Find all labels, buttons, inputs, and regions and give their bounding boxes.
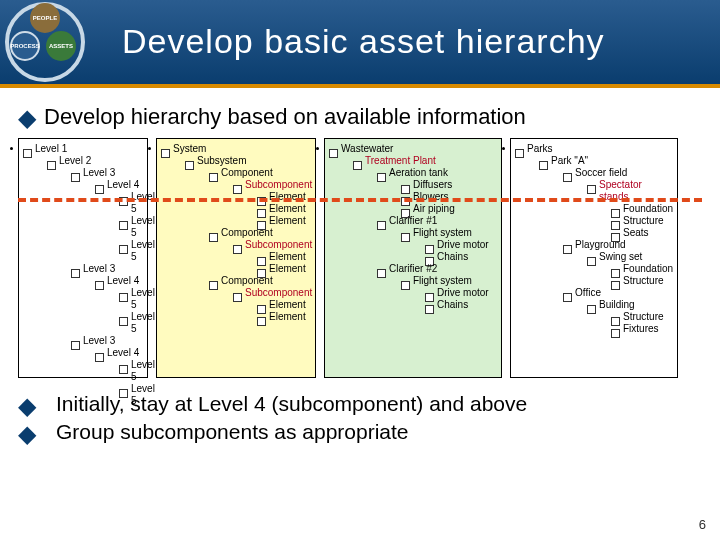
tree-node: Element: [269, 263, 306, 274]
tree-node-subcomponent: Subcomponent: [245, 179, 312, 190]
tree-node: System: [173, 143, 206, 154]
tree-node: Chains: [437, 251, 468, 262]
box-parks: Parks Park "A" Soccer field Spectator st…: [510, 138, 678, 378]
box-generic-levels: Level 1 Level 2 Level 3 Level 4 Level 5 …: [18, 138, 148, 378]
tree-node: Drive motor: [437, 287, 489, 298]
box-system: System Subsystem Component Subcomponent …: [156, 138, 316, 378]
tree-node: Level 1: [35, 143, 67, 154]
tree-node: Level 5: [131, 215, 155, 238]
tree-node: Element: [269, 311, 306, 322]
slide-header: PEOPLE PROCESS ASSETS Develop basic asse…: [0, 0, 720, 88]
tree-node: Element: [269, 203, 306, 214]
tree-node: Flight system: [413, 227, 472, 238]
tree-node-subcomponent: Subcomponent: [245, 287, 312, 298]
tree-node: Level 3: [83, 263, 115, 274]
tree-node: Playground: [575, 239, 626, 250]
gear-people-icon: PEOPLE: [30, 3, 60, 33]
tree-node: Swing set: [599, 251, 642, 262]
tree-node: Soccer field: [575, 167, 627, 178]
tree-node: Wastewater: [341, 143, 393, 154]
tree-node: Level 5: [131, 311, 155, 334]
tree-node: Diffusers: [413, 179, 452, 190]
tree-node: Level 5: [131, 239, 155, 262]
bullet-main: ◆ Develop hierarchy based on available i…: [18, 104, 702, 130]
tree-node: Treatment Plant: [365, 155, 436, 166]
tree-node: Element: [269, 215, 306, 226]
tree-node: Level 4: [107, 275, 139, 286]
tree-node: Flight system: [413, 275, 472, 286]
tree-node: Level 3: [83, 167, 115, 178]
slide-content: ◆ Develop hierarchy based on available i…: [0, 88, 720, 446]
tree-node: Seats: [623, 227, 649, 238]
tree-node: Element: [269, 299, 306, 310]
level4-divider-line: [18, 198, 702, 202]
tree-node: Level 4: [107, 347, 139, 358]
bullet-main-text: Develop hierarchy based on available inf…: [44, 104, 526, 130]
tree-node: Component: [221, 275, 273, 286]
tree-node: Structure: [623, 275, 664, 286]
page-number: 6: [699, 517, 706, 532]
tree-node: Level 5: [131, 287, 155, 310]
tree-node: Structure: [623, 311, 664, 322]
tree-node: Air piping: [413, 203, 455, 214]
tree-node: Drive motor: [437, 239, 489, 250]
diamond-bullet-icon: ◆: [18, 422, 36, 446]
tree-node: Clarifier #1: [389, 215, 437, 226]
tree-node: Level 5: [131, 191, 155, 214]
tree-node: Foundation: [623, 263, 673, 274]
tree-node: Element: [269, 251, 306, 262]
tree-node: Component: [221, 167, 273, 178]
tree-node: Building: [599, 299, 635, 310]
tree-node: Parks: [527, 143, 553, 154]
tree-node: Component: [221, 227, 273, 238]
tree-node: Park "A": [551, 155, 588, 166]
tree-node: Level 5: [131, 359, 155, 382]
gear-assets-icon: ASSETS: [46, 31, 76, 61]
tree-node: Office: [575, 287, 601, 298]
tree-node-subcomponent: Subcomponent: [245, 239, 312, 250]
slide-title: Develop basic asset hierarchy: [122, 24, 605, 60]
hierarchy-boxes: Level 1 Level 2 Level 3 Level 4 Level 5 …: [18, 138, 702, 378]
diamond-bullet-icon: ◆: [18, 106, 36, 130]
gear-process-icon: PROCESS: [10, 31, 40, 61]
tree-node: Foundation: [623, 203, 673, 214]
tree-node: Chains: [437, 299, 468, 310]
tree-node: Clarifier #2: [389, 263, 437, 274]
tree-node: Structure: [623, 215, 664, 226]
tree-node: Level 3: [83, 335, 115, 346]
box-wastewater: Wastewater Treatment Plant Aeration tank…: [324, 138, 502, 378]
tree-node: Level 4: [107, 179, 139, 190]
tree-node: Aeration tank: [389, 167, 448, 178]
tree-node: Fixtures: [623, 323, 659, 334]
bullet-sub2: ◆ Group subcomponents as appropriate: [18, 420, 702, 446]
tree-node: Level 2: [59, 155, 91, 166]
logo-gears: PEOPLE PROCESS ASSETS: [2, 0, 88, 85]
tree-node: Subsystem: [197, 155, 246, 166]
bullet-sub2-text: Group subcomponents as appropriate: [56, 420, 409, 444]
